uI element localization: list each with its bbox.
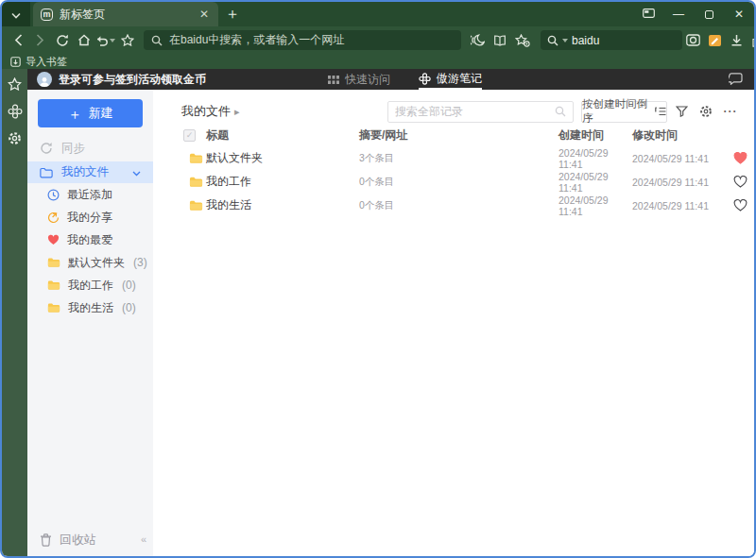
row-created: 2024/05/29 11:41 (558, 194, 632, 217)
folder-icon (189, 152, 206, 164)
home-button[interactable] (73, 29, 94, 52)
browser-toolbar: 在baidu中搜索，或者输入一个网址 baidu (2, 26, 754, 54)
folder-icon (40, 167, 53, 178)
screenshot-button[interactable] (682, 29, 703, 52)
sidebar-item-my-favorites[interactable]: 我的最爱 (27, 228, 153, 251)
forward-button[interactable] (29, 29, 51, 52)
table-row[interactable]: 我的工作 0个条目 2024/05/29 11:41 2024/05/29 11… (153, 170, 754, 194)
boss-key-button[interactable] (633, 2, 663, 26)
select-all-checkbox[interactable]: ✓ (183, 129, 196, 142)
home-icon (77, 34, 91, 46)
item-label: 我的生活 (68, 300, 113, 316)
maxnote-clover-icon (419, 73, 431, 85)
avatar[interactable] (37, 72, 52, 87)
favorite-heart-icon[interactable] (733, 176, 747, 188)
sidebar-item-my-life[interactable]: 我的生活 (0) (27, 296, 153, 319)
filter-button[interactable] (671, 101, 692, 123)
item-count: (0) (122, 279, 136, 292)
item-count: (0) (122, 301, 136, 314)
app-main: ＋ 新建 同步 我的文件 (27, 90, 754, 556)
sync-icon (40, 142, 53, 155)
column-title[interactable]: 标题 (206, 127, 359, 144)
recycle-bin-button[interactable]: 回收站 (40, 532, 96, 549)
tabbar-spacer (247, 2, 633, 26)
tab-quick-access[interactable]: 快速访问 (328, 69, 390, 90)
column-created[interactable]: 创建时间 (558, 127, 632, 144)
new-note-label: 新建 (89, 105, 113, 122)
import-bookmarks-button[interactable]: 导入书签 (26, 55, 67, 69)
column-modified[interactable]: 修改时间 (632, 127, 732, 144)
settings-strip-button[interactable] (7, 130, 23, 146)
item-label: 最近添加 (67, 187, 112, 203)
login-banner[interactable]: 登录可参与签到活动领取金币 (59, 72, 206, 88)
item-label: 默认文件夹 (68, 255, 125, 271)
new-note-button[interactable]: ＋ 新建 (38, 99, 143, 127)
row-modified: 2024/05/29 11:41 (632, 200, 732, 211)
trash-icon (40, 533, 52, 547)
maximize-button[interactable] (694, 2, 724, 26)
tab-maxnote[interactable]: 傲游笔记 (419, 69, 482, 90)
maxnote-strip-button[interactable] (7, 103, 23, 119)
view-settings-button[interactable] (696, 101, 716, 123)
chevron-down-icon[interactable] (132, 166, 141, 179)
search-engine-dropdown-icon[interactable] (562, 39, 568, 42)
tab-close-icon[interactable]: ✕ (198, 8, 211, 21)
add-favorite-button[interactable] (116, 29, 138, 52)
grid-icon (328, 76, 339, 84)
book-icon (493, 35, 507, 46)
notes-search-input[interactable] (395, 105, 555, 118)
undo-dropdown-icon[interactable] (110, 39, 115, 42)
sidebar-item-my-work[interactable]: 我的工作 (0) (27, 274, 153, 296)
row-summary: 0个条目 (359, 199, 558, 212)
more-actions-button[interactable]: ··· (720, 101, 741, 123)
search-icon (555, 106, 566, 117)
favorites-strip-button[interactable] (7, 76, 23, 92)
forward-icon (36, 34, 44, 46)
download-icon (730, 34, 743, 46)
table-row[interactable]: 我的生活 0个条目 2024/05/29 11:41 2024/05/29 11… (153, 194, 754, 217)
feedback-button[interactable] (729, 72, 743, 89)
sort-order-button[interactable]: 按创建时间倒序 (581, 101, 667, 123)
address-bar[interactable]: 在baidu中搜索，或者输入一个网址 (144, 30, 461, 50)
extensions-button[interactable] (747, 29, 756, 52)
favorites-manager-icon (515, 34, 530, 47)
sidebar-item-default-folder[interactable]: 默认文件夹 (3) (27, 251, 153, 274)
undo-button[interactable] (94, 29, 116, 52)
sidebar-item-my-shares[interactable]: 我的分享 (27, 206, 153, 228)
read-aloud-button[interactable] (467, 29, 488, 52)
new-tab-button[interactable]: ＋ (218, 2, 247, 26)
item-label: 我的分享 (67, 210, 112, 226)
close-button[interactable]: ✕ (724, 2, 754, 26)
item-label: 我的工作 (68, 278, 113, 294)
breadcrumb-arrow-icon: ▸ (234, 106, 240, 118)
reading-mode-button[interactable] (490, 29, 510, 52)
downloads-button[interactable] (726, 29, 747, 52)
table-row[interactable]: 默认文件夹 3个条目 2024/05/29 11:41 2024/05/29 1… (153, 146, 754, 170)
chevron-down-icon (11, 6, 21, 23)
search-icon (547, 35, 558, 46)
maxnote-button[interactable] (704, 29, 725, 52)
reload-button[interactable] (51, 29, 73, 52)
sidebar-item-recently-added[interactable]: 最近添加 (27, 183, 153, 206)
sync-button[interactable]: 同步 (27, 135, 153, 161)
notes-search-box[interactable] (387, 101, 574, 123)
sidebar-item-my-files[interactable]: 我的文件 (27, 161, 153, 183)
column-summary[interactable]: 摘要/网址 (359, 127, 558, 144)
quick-search-box[interactable]: baidu (541, 30, 682, 50)
breadcrumb-label: 我的文件 (181, 103, 231, 120)
favorites-manager-button[interactable] (512, 29, 533, 52)
content-toolbar: 我的文件 ▸ 按创建时间倒序 (153, 90, 754, 124)
minimize-button[interactable]: — (663, 2, 694, 26)
favorite-heart-icon[interactable] (733, 152, 747, 164)
clock-icon (47, 189, 60, 201)
row-summary: 0个条目 (359, 176, 558, 189)
collapse-sidebar-button[interactable]: « (141, 533, 146, 545)
browser-tab-new-page[interactable]: m 新标签页 ✕ (33, 2, 218, 26)
breadcrumb[interactable]: 我的文件 ▸ (181, 103, 240, 120)
row-modified: 2024/05/29 11:41 (632, 177, 732, 188)
search-icon (151, 35, 163, 46)
user-icon (39, 76, 50, 87)
favorite-heart-icon[interactable] (733, 199, 747, 211)
tab-list-dropdown-button[interactable] (2, 2, 30, 26)
back-button[interactable] (8, 29, 29, 52)
